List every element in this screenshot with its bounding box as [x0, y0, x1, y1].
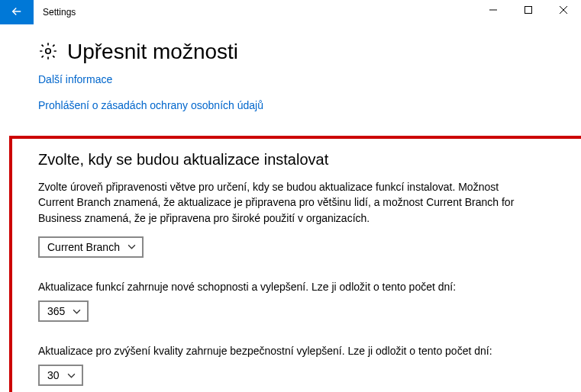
chevron-down-icon [67, 371, 76, 380]
highlighted-section: Zvolte, kdy se budou aktualizace instalo… [9, 136, 581, 392]
quality-defer-days-select[interactable]: 30 [38, 365, 83, 386]
feature-update-text: Aktualizace funkcí zahrnuje nové schopno… [38, 279, 527, 294]
branch-readiness-value: Current Branch [47, 241, 120, 253]
feature-defer-days-select[interactable]: 365 [38, 300, 89, 322]
chevron-down-icon [73, 307, 81, 316]
window-controls [476, 0, 581, 21]
section-title: Zvolte, kdy se budou aktualizace instalo… [38, 151, 560, 169]
content-area: Upřesnit možnosti Další informace Prohlá… [0, 24, 581, 392]
svg-point-1 [46, 48, 51, 53]
svg-rect-0 [525, 7, 532, 14]
back-button[interactable] [0, 0, 34, 24]
minimize-icon [489, 5, 497, 16]
feature-defer-days-value: 365 [47, 305, 65, 317]
back-arrow-icon [10, 5, 24, 21]
more-info-link[interactable]: Další informace [38, 73, 112, 85]
titlebar: Settings [0, 0, 581, 24]
maximize-button[interactable] [511, 0, 546, 21]
quality-update-text: Aktualizace pro zvýšení kvality zahrnuje… [38, 343, 527, 358]
window-title: Settings [34, 0, 76, 24]
page-title: Upřesnit možnosti [67, 40, 238, 64]
maximize-icon [525, 5, 532, 16]
close-button[interactable] [546, 0, 581, 21]
page-header: Upřesnit možnosti [38, 40, 560, 64]
gear-icon [38, 41, 58, 63]
branch-readiness-select[interactable]: Current Branch [38, 236, 144, 258]
close-icon [560, 5, 567, 16]
privacy-link[interactable]: Prohlášení o zásadách ochrany osobních ú… [38, 99, 263, 111]
minimize-button[interactable] [476, 0, 511, 21]
quality-defer-days-value: 30 [47, 369, 60, 381]
section-intro-text: Zvolte úroveň připravenosti větve pro ur… [38, 179, 527, 226]
chevron-down-icon [127, 243, 136, 251]
